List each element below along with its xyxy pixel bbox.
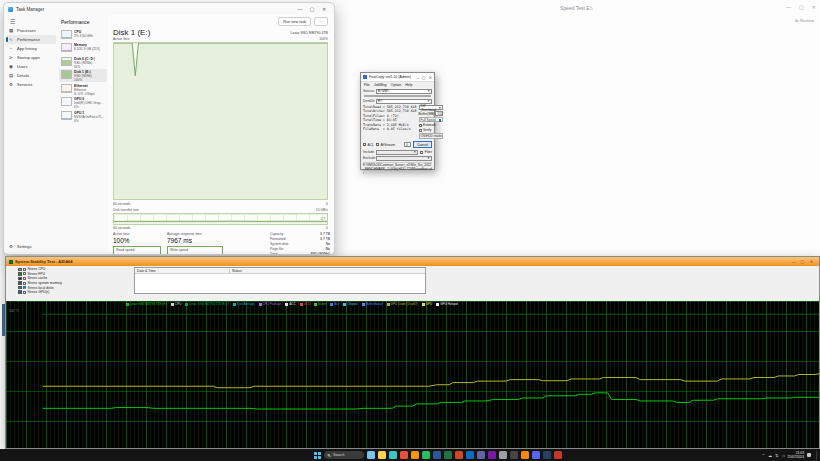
task-manager-window-controls[interactable]: — ▢ ✕ — [294, 3, 330, 15]
discord-icon[interactable] — [532, 451, 540, 459]
onedrive-icon[interactable]: ☁ — [768, 453, 772, 458]
teams-icon[interactable] — [477, 451, 485, 459]
slider-thumb[interactable] — [439, 119, 442, 123]
spotify-icon[interactable] — [422, 451, 430, 459]
include-combobox[interactable]: ▼ — [376, 150, 418, 155]
minimize-icon[interactable]: — — [786, 4, 791, 10]
stress-label: Stress local disks — [28, 286, 54, 290]
altstream-checkbox[interactable]: AltStream — [376, 143, 395, 147]
hamburger-icon[interactable]: ☰ — [6, 17, 56, 26]
checkbox[interactable] — [23, 282, 26, 285]
sidebar-item-details[interactable]: ▤Details — [6, 71, 56, 80]
perf-card-disk-0-c-d-[interactable]: Disk 0 (C: D:)SSD (NVMe)81% — [59, 55, 107, 69]
fastcopy-window-controls[interactable]: – ▢ ✕ — [417, 75, 432, 80]
stress-label: Stress cache — [28, 276, 48, 280]
perf-card-cpu[interactable]: CPU2% 3.60 GHz — [59, 28, 107, 42]
start-button[interactable] — [313, 451, 321, 459]
firefox-browser-icon[interactable] — [411, 451, 419, 459]
minimize-icon[interactable]: — — [294, 3, 306, 15]
filter-checkbox[interactable]: Filter — [420, 150, 432, 154]
source-combobox[interactable]: E:\VM\▼ — [376, 89, 432, 94]
maximize-icon[interactable]: ▢ — [799, 4, 804, 10]
menu-jobmng[interactable]: JobMng — [374, 83, 387, 87]
copy-mode-combobox[interactable]: Diff (Size/date)▼ — [419, 105, 444, 110]
menu-help[interactable]: Help — [405, 83, 412, 87]
show-desktop-button[interactable] — [816, 451, 817, 460]
installer-icon[interactable] — [554, 451, 562, 459]
exclude-combobox[interactable]: ▼ — [376, 156, 432, 161]
background-window-title: Speed Test E:\ — [560, 5, 592, 11]
checkbox[interactable] — [23, 272, 26, 275]
onenote-icon[interactable] — [488, 451, 496, 459]
stress-checkbox-stress-gpu-s-[interactable]: Stress GPU(s) — [18, 290, 62, 295]
sidebar-item-startup-apps[interactable]: ⊳Startup apps — [6, 53, 56, 62]
close-icon[interactable]: ✕ — [429, 75, 432, 80]
cancel-button[interactable]: Cancel — [413, 141, 432, 148]
checkbox[interactable] — [23, 277, 26, 280]
vlc-icon[interactable] — [521, 451, 529, 459]
volume-icon[interactable]: ◅ — [781, 453, 784, 458]
taskbar-clock[interactable]: 21:03 25/07/2024 — [787, 451, 804, 459]
minimize-icon[interactable]: — — [789, 257, 798, 266]
read-speed-value: 0 KB/s — [116, 253, 158, 255]
close-icon[interactable]: ✕ — [318, 3, 330, 15]
perf-card-gpu-0[interactable]: GPU 0Intel(R) UHD Grap...0% — [59, 96, 107, 110]
outlook-icon[interactable] — [466, 451, 474, 459]
close-icon[interactable]: ✕ — [812, 4, 816, 10]
perf-card-ethernet[interactable]: EthernetEthernetS: 0 R: 0 Kbps — [59, 82, 107, 96]
network-icon[interactable]: ⇅ — [775, 453, 778, 458]
menu-file[interactable]: File — [364, 83, 370, 87]
background-window-controls[interactable]: — ▢ ✕ — [786, 4, 816, 10]
os-hdd-mode-box: OS/HDD mode — [419, 133, 444, 139]
close-icon[interactable]: ✕ — [807, 257, 816, 266]
aida64-window-controls[interactable]: — ▢ ✕ — [789, 257, 816, 266]
estimate-checkbox[interactable]: Estimate — [419, 123, 444, 127]
checkbox[interactable] — [23, 286, 26, 289]
aida64-window: System Stability Test - AIDA64 — ▢ ✕ Str… — [5, 256, 820, 449]
sidebar-item-settings[interactable]: ⚙ Settings — [6, 242, 56, 251]
notification-bell-icon[interactable] — [807, 453, 811, 457]
sidebar-item-app-history[interactable]: ◔App history — [6, 44, 56, 53]
perf-card-memory[interactable]: Memory6.5/31.9 GB (21%) — [59, 42, 107, 56]
buffer-input[interactable]: 512 — [435, 111, 443, 116]
perf-card-disk-1-e-[interactable]: Disk 1 (E:)SSD (NVMe)100% — [59, 69, 107, 83]
settings-icon[interactable] — [499, 451, 507, 459]
sidebar-item-users[interactable]: ◉Users — [6, 62, 56, 71]
chevron-down-icon: ▼ — [438, 106, 441, 110]
sidebar-item-services[interactable]: ⚙Services — [6, 80, 56, 89]
chevron-up-icon[interactable]: ⌃ — [762, 453, 765, 458]
widgets-weather-icon[interactable] — [367, 451, 375, 459]
steam-icon[interactable] — [543, 451, 551, 459]
minimize-icon[interactable]: – — [417, 75, 419, 80]
run-new-task-button[interactable]: Run new task — [278, 17, 311, 26]
perf-card-gpu-1[interactable]: GPU 1NVIDIA GeForce R...0% — [59, 109, 107, 123]
powerpoint-icon[interactable] — [455, 451, 463, 459]
edge-browser-icon[interactable] — [389, 451, 397, 459]
processes-icon: ▦ — [9, 28, 14, 33]
legend-color-swatch — [18, 268, 22, 272]
maximize-icon[interactable]: ▢ — [422, 75, 426, 80]
perf-card-line3: S: 0 R: 0 Kbps — [74, 92, 95, 96]
terminal-icon[interactable] — [510, 451, 518, 459]
current-file-path: E:\VM\2k16\Common_Server_v2\Win_Srv_2022… — [363, 162, 432, 176]
file-explorer-icon[interactable] — [378, 451, 386, 459]
checkbox[interactable] — [23, 268, 26, 271]
excel-icon[interactable] — [444, 451, 452, 459]
retry-spinner[interactable]: 0 — [404, 142, 411, 147]
taskbar-search[interactable]: 🔍︎ Search — [324, 451, 364, 459]
sidebar-item-processes[interactable]: ▦Processes — [6, 26, 56, 35]
checkbox[interactable] — [23, 291, 26, 294]
restore-button[interactable]: ⧉ Restore — [795, 18, 814, 23]
verify-checkbox[interactable]: Verify — [419, 128, 444, 132]
maximize-icon[interactable]: ▢ — [306, 3, 318, 15]
menu-option[interactable]: Option — [391, 83, 402, 87]
maximize-icon[interactable]: ▢ — [798, 257, 807, 266]
full-speed-slider[interactable]: Full Speed — [419, 117, 444, 122]
include-label: Include — [363, 150, 374, 154]
more-options-button[interactable]: ··· — [314, 17, 328, 26]
sidebar-item-performance[interactable]: ∿Performance — [6, 35, 56, 44]
word-icon[interactable] — [433, 451, 441, 459]
legend-color-swatch — [18, 272, 22, 276]
acl-checkbox[interactable]: ACL — [363, 143, 374, 147]
chrome-browser-icon[interactable] — [400, 451, 408, 459]
